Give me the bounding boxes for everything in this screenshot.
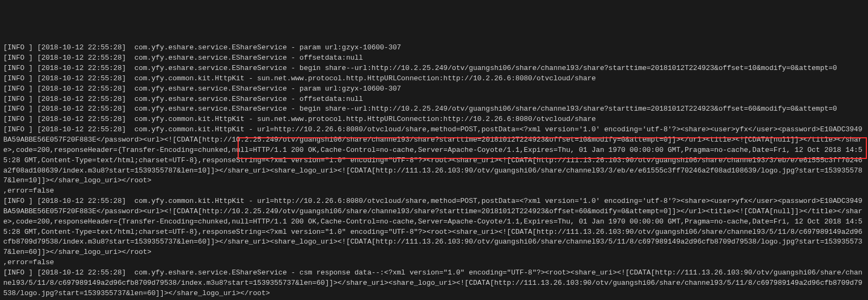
highlight-annotation xyxy=(238,137,867,159)
log-output-container: [INFO ] [2018-10-12 22:55:28] com.yfy.es… xyxy=(3,43,865,300)
